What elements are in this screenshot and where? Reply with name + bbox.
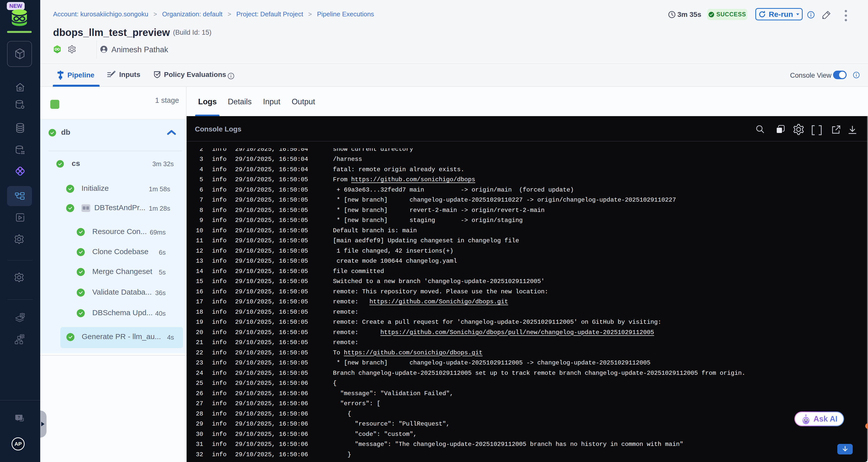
svg-text:?: ? <box>18 415 20 419</box>
